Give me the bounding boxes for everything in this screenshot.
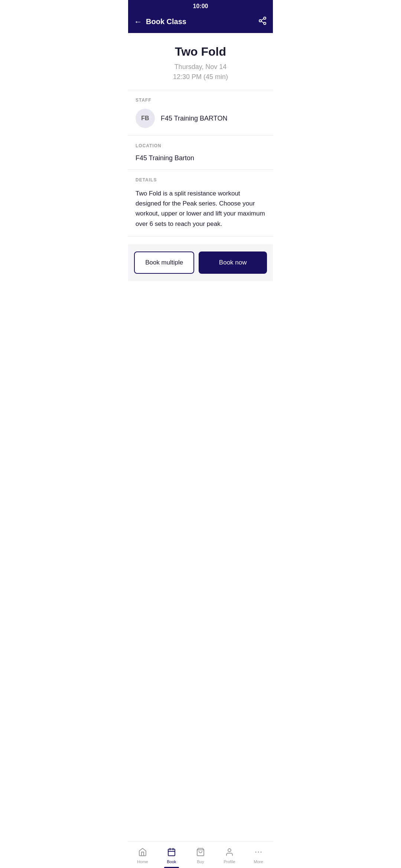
- staff-name: F45 Training BARTON: [161, 115, 227, 122]
- location-section: LOCATION F45 Training Barton: [128, 136, 273, 170]
- action-buttons: Book multiple Book now: [134, 251, 267, 274]
- svg-point-13: [261, 851, 262, 852]
- more-icon: [254, 848, 263, 858]
- svg-point-10: [228, 849, 231, 852]
- staff-section-label: STAFF: [136, 98, 265, 103]
- book-multiple-button[interactable]: Book multiple: [134, 251, 194, 274]
- svg-point-12: [258, 851, 259, 852]
- share-icon[interactable]: [258, 16, 267, 27]
- header-title: Book Class: [146, 17, 186, 26]
- location-section-label: LOCATION: [136, 143, 265, 148]
- action-area: Book multiple Book now: [128, 244, 273, 281]
- details-section-label: DETAILS: [136, 177, 265, 183]
- class-info-section: Two Fold Thursday, Nov 14 12:30 PM (45 m…: [128, 33, 273, 90]
- book-icon: [167, 848, 176, 858]
- back-icon: ←: [134, 18, 142, 26]
- svg-point-11: [255, 851, 257, 852]
- bottom-nav: Home Book Buy: [128, 841, 273, 868]
- nav-label-more: More: [254, 859, 263, 864]
- profile-icon: [225, 848, 234, 858]
- back-button[interactable]: ← Book Class: [134, 17, 186, 26]
- buy-icon: [196, 848, 205, 858]
- main-content: Two Fold Thursday, Nov 14 12:30 PM (45 m…: [128, 33, 273, 311]
- nav-label-home: Home: [137, 859, 148, 864]
- book-now-button[interactable]: Book now: [199, 251, 267, 274]
- details-text: Two Fold is a split resistance workout d…: [136, 188, 265, 236]
- staff-initials: FB: [141, 115, 149, 122]
- nav-label-book: Book: [167, 859, 176, 864]
- nav-label-buy: Buy: [197, 859, 204, 864]
- nav-label-profile: Profile: [224, 859, 235, 864]
- header: ← Book Class: [128, 12, 273, 33]
- class-time: 12:30 PM (45 min): [136, 73, 265, 81]
- class-date: Thursday, Nov 14: [136, 63, 265, 71]
- svg-line-4: [261, 19, 264, 20]
- nav-item-book[interactable]: Book: [157, 842, 186, 868]
- svg-rect-5: [168, 849, 175, 856]
- staff-avatar: FB: [136, 109, 155, 128]
- home-icon: [138, 848, 147, 858]
- svg-line-3: [261, 22, 264, 23]
- details-section: DETAILS Two Fold is a split resistance w…: [128, 170, 273, 237]
- staff-row: FB F45 Training BARTON: [136, 109, 265, 128]
- nav-item-home[interactable]: Home: [128, 842, 157, 868]
- status-time: 10:00: [193, 3, 208, 9]
- nav-item-more[interactable]: More: [244, 842, 273, 868]
- class-name: Two Fold: [136, 45, 265, 59]
- staff-section: STAFF FB F45 Training BARTON: [128, 90, 273, 136]
- nav-item-profile[interactable]: Profile: [215, 842, 244, 868]
- nav-item-buy[interactable]: Buy: [186, 842, 215, 868]
- location-name: F45 Training Barton: [136, 154, 265, 162]
- status-bar: 10:00: [128, 0, 273, 12]
